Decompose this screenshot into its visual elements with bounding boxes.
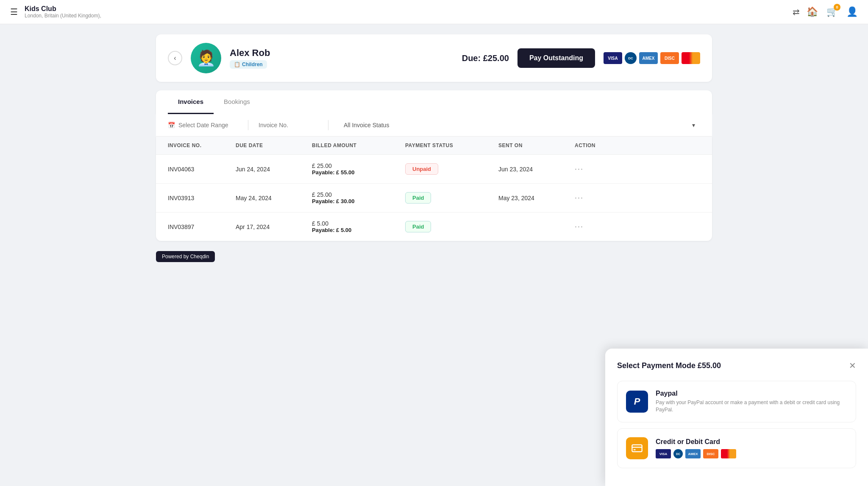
profile-info: Alex Rob 📋 Children (230, 47, 453, 69)
due-amount: Due: £25.00 (462, 53, 509, 63)
card-logos-mini: VISA DC AMEX DISC (656, 449, 736, 458)
diners-icon: DC (625, 52, 637, 64)
menu-icon[interactable]: ☰ (10, 7, 18, 17)
brand-location: London, Britain (United Kingdom), (25, 13, 786, 19)
invoice-table: INVOICE NO. DUE DATE BILLED AMOUNT PAYME… (156, 137, 712, 241)
main-content: ‹ 🧑‍💼 Alex Rob 📋 Children Due: £25.00 Pa… (146, 34, 722, 262)
payment-status: Paid (405, 192, 498, 204)
paypal-title: Paypal (656, 390, 847, 397)
card-option[interactable]: Credit or Debit Card VISA DC AMEX DISC (617, 428, 856, 468)
pay-outstanding-button[interactable]: Pay Outstanding (517, 48, 595, 68)
powered-by-badge: Powered by Cheqdin (156, 251, 215, 262)
invoice-no: INV03913 (168, 195, 236, 201)
mini-discover-icon: DISC (703, 449, 718, 458)
due-date: Jun 24, 2024 (236, 166, 312, 173)
mini-diners-icon: DC (673, 449, 683, 458)
avatar-emoji: 🧑‍💼 (197, 49, 216, 67)
tab-bookings[interactable]: Bookings (214, 90, 260, 114)
date-range-filter[interactable]: 📅 (168, 122, 238, 128)
th-payment-status: PAYMENT STATUS (405, 142, 498, 148)
tabs-section: Invoices Bookings (156, 90, 712, 114)
profile-card: ‹ 🧑‍💼 Alex Rob 📋 Children Due: £25.00 Pa… (156, 34, 712, 82)
amex-icon: AMEX (639, 52, 658, 64)
invoice-no-filter[interactable] (259, 122, 318, 128)
top-nav: ☰ Kids Club London, Britain (United King… (0, 0, 868, 24)
due-date: May 24, 2024 (236, 195, 312, 201)
th-invoice-no: INVOICE NO. (168, 142, 236, 148)
filters-row: 📅 All Invoice Status ▾ (156, 114, 712, 137)
table-row: INV03897 Apr 17, 2024 £ 5.00 Payable: £ … (156, 212, 712, 241)
billed-amount: £ 5.00 Payable: £ 5.00 (312, 220, 405, 233)
profile-badge: 📋 Children (230, 60, 267, 69)
action-cell[interactable]: ··· (575, 222, 626, 231)
mastercard-icon (682, 52, 700, 64)
filter-divider-2 (328, 120, 328, 130)
mini-visa-icon: VISA (656, 449, 671, 458)
due-date: Apr 17, 2024 (236, 223, 312, 230)
paypal-desc: Pay with your PayPal account or make a p… (656, 399, 847, 413)
avatar: 🧑‍💼 (191, 43, 221, 73)
cart-badge: 0 (834, 4, 840, 11)
nav-icons: 🏠 🛒 0 👤 (807, 6, 858, 17)
home-icon[interactable]: 🏠 (807, 6, 818, 17)
tabs-row: Invoices Bookings (168, 90, 700, 114)
th-sent-on: SENT ON (498, 142, 575, 148)
brand-name: Kids Club (25, 5, 786, 13)
tab-invoices[interactable]: Invoices (168, 90, 214, 114)
action-cell[interactable]: ··· (575, 193, 626, 202)
th-billed-amount: BILLED AMOUNT (312, 142, 405, 148)
sent-on: Jun 23, 2024 (498, 166, 575, 173)
table-header: INVOICE NO. DUE DATE BILLED AMOUNT PAYME… (156, 137, 712, 155)
sent-on: May 23, 2024 (498, 195, 575, 201)
status-filter-label: All Invoice Status (344, 122, 389, 128)
status-badge: Paid (405, 221, 431, 232)
date-range-input[interactable] (178, 122, 238, 128)
status-badge: Unpaid (405, 163, 438, 175)
mini-mc-icon (721, 449, 736, 458)
profile-prev-button[interactable]: ‹ (168, 51, 182, 65)
back-button[interactable]: ⇄ (793, 7, 800, 17)
billed-amount: £ 25.00 Payable: £ 30.00 (312, 191, 405, 204)
card-info: Credit or Debit Card VISA DC AMEX DISC (656, 438, 736, 458)
card-title: Credit or Debit Card (656, 438, 736, 446)
action-cell[interactable]: ··· (575, 165, 626, 173)
mini-amex-icon: AMEX (685, 449, 701, 458)
card-payment-icon (626, 437, 648, 459)
profile-name: Alex Rob (230, 47, 453, 59)
invoice-no: INV03897 (168, 223, 236, 230)
paypal-info: Paypal Pay with your PayPal account or m… (656, 390, 847, 413)
payment-status: Unpaid (405, 163, 498, 175)
modal-amount: £55.00 (698, 361, 721, 370)
discover-icon: DISC (660, 52, 679, 64)
filter-divider-1 (248, 120, 248, 130)
profile-icon[interactable]: 👤 (846, 6, 858, 17)
badge-icon: 📋 (234, 61, 240, 67)
badge-label: Children (242, 61, 263, 67)
paypal-option[interactable]: P Paypal Pay with your PayPal account or… (617, 381, 856, 422)
th-action: ACTION (575, 142, 626, 148)
invoice-no: INV04063 (168, 166, 236, 173)
billed-amount: £ 25.00 Payable: £ 55.00 (312, 162, 405, 176)
profile-actions: Due: £25.00 Pay Outstanding VISA DC AMEX… (462, 48, 700, 68)
status-filter[interactable]: All Invoice Status ▾ (339, 122, 700, 128)
brand: Kids Club London, Britain (United Kingdo… (25, 5, 786, 19)
modal-close-button[interactable]: ✕ (849, 360, 856, 371)
action-dots[interactable]: ··· (575, 165, 584, 173)
modal-title: Select Payment Mode £55.00 (617, 361, 721, 370)
svg-rect-2 (634, 449, 636, 450)
table-row: INV03913 May 24, 2024 £ 25.00 Payable: £… (156, 184, 712, 212)
invoice-no-input[interactable] (259, 122, 318, 128)
th-due-date: DUE DATE (236, 142, 312, 148)
payment-modal: Select Payment Mode £55.00 ✕ P Paypal Pa… (605, 349, 868, 486)
table-row: INV04063 Jun 24, 2024 £ 25.00 Payable: £… (156, 155, 712, 184)
cart-icon[interactable]: 🛒 0 (826, 6, 838, 17)
status-badge: Paid (405, 192, 431, 204)
svg-rect-0 (632, 445, 642, 452)
action-dots[interactable]: ··· (575, 193, 584, 202)
paypal-icon: P (626, 391, 648, 413)
card-logos: VISA DC AMEX DISC (604, 52, 700, 64)
chevron-down-icon: ▾ (692, 122, 695, 128)
calendar-icon: 📅 (168, 122, 175, 128)
action-dots[interactable]: ··· (575, 222, 584, 231)
payment-status: Paid (405, 221, 498, 232)
